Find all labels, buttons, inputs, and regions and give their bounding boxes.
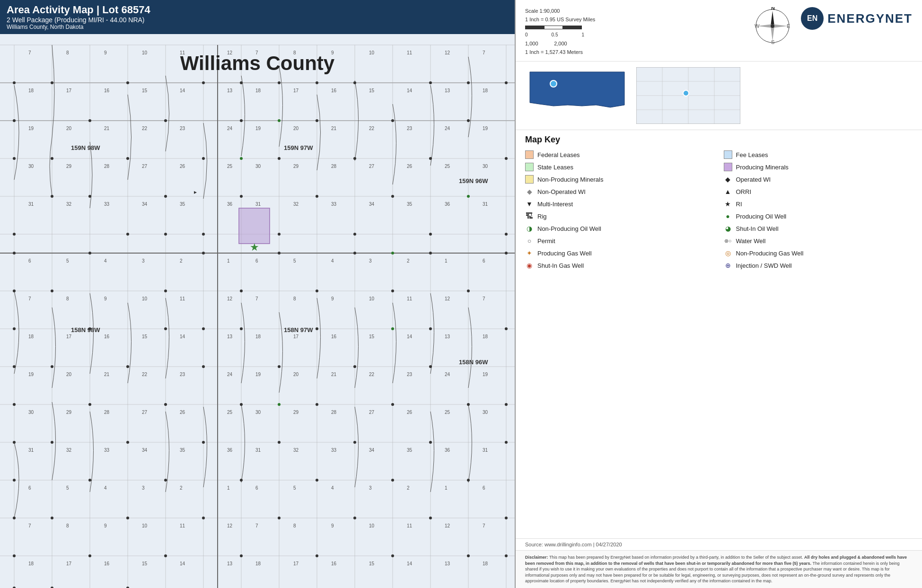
svg-text:18: 18 — [255, 334, 261, 339]
nonproducing-oil-well-label: Non-Producing Oil Well — [537, 225, 601, 232]
svg-point-88 — [240, 290, 243, 292]
svg-text:24: 24 — [227, 372, 233, 377]
svg-point-47 — [164, 119, 167, 122]
svg-text:22: 22 — [142, 126, 148, 131]
svg-text:1: 1 — [445, 485, 448, 491]
svg-text:1: 1 — [227, 485, 230, 491]
svg-point-110 — [164, 403, 167, 406]
key-item-shutin-oil-well: ◕ Shut-In Oil Well — [724, 223, 913, 234]
svg-point-135 — [202, 517, 205, 519]
svg-point-78 — [88, 252, 91, 255]
nonproducing-gas-well-icon: ◎ — [724, 249, 732, 257]
svg-point-141 — [88, 554, 91, 557]
svg-text:12: 12 — [445, 523, 450, 528]
svg-text:31: 31 — [483, 202, 488, 207]
svg-point-113 — [316, 403, 318, 406]
orri-label: ORRI — [736, 188, 752, 195]
en-logo-text: ENERGYNET — [827, 11, 913, 26]
key-item-nonproducing-oil-well: ◑ Non-Producing Oil Well — [525, 223, 714, 234]
svg-text:14: 14 — [180, 334, 185, 339]
svg-point-146 — [467, 554, 470, 557]
multi-interest-icon: ▼ — [525, 200, 534, 208]
svg-text:9: 9 — [331, 523, 334, 528]
key-item-shutin-gas-well: ◉ Shut-In Gas Well — [525, 260, 714, 271]
producing-minerals-label: Producing Minerals — [736, 164, 789, 171]
svg-point-77 — [13, 252, 16, 255]
svg-point-129 — [316, 479, 318, 482]
svg-text:22: 22 — [142, 372, 148, 377]
svg-point-82 — [391, 252, 394, 255]
svg-point-143 — [240, 554, 243, 557]
svg-text:18: 18 — [28, 334, 34, 339]
svg-text:31: 31 — [483, 448, 488, 453]
svg-text:11: 11 — [407, 523, 413, 528]
svg-text:25: 25 — [445, 410, 450, 415]
svg-point-57 — [240, 157, 243, 160]
svg-point-130 — [391, 479, 394, 482]
svg-point-124 — [505, 441, 508, 444]
svg-text:6: 6 — [28, 258, 31, 263]
svg-text:10: 10 — [142, 523, 148, 528]
svg-text:9: 9 — [331, 50, 334, 55]
svg-text:18: 18 — [28, 88, 34, 93]
svg-point-89 — [316, 290, 318, 292]
svg-text:4: 4 — [331, 485, 334, 491]
map-key-title: Map Key — [525, 135, 913, 145]
svg-point-142 — [164, 554, 167, 557]
svg-point-125 — [13, 479, 16, 482]
state-leases-swatch — [525, 163, 534, 171]
svg-point-94 — [164, 327, 167, 330]
source-text: Source: www.drillinginfo.com | 04/27/202… — [525, 542, 622, 547]
svg-point-98 — [391, 327, 394, 330]
producing-oil-well-icon: ● — [724, 212, 732, 220]
svg-text:28: 28 — [331, 410, 337, 415]
svg-text:1: 1 — [227, 258, 230, 263]
svg-text:15: 15 — [369, 334, 375, 339]
svg-text:21: 21 — [104, 126, 110, 131]
shutin-gas-well-icon: ◉ — [525, 261, 534, 270]
svg-text:14: 14 — [180, 88, 185, 93]
svg-point-92 — [13, 327, 16, 330]
svg-text:23: 23 — [407, 372, 413, 377]
svg-point-99 — [429, 327, 432, 330]
svg-point-131 — [467, 479, 470, 482]
svg-text:12: 12 — [445, 50, 450, 55]
key-item-producing-oil-well: ● Producing Oil Well — [724, 211, 913, 221]
svg-text:8: 8 — [293, 523, 296, 528]
svg-text:35: 35 — [180, 202, 185, 207]
svg-point-104 — [202, 365, 205, 368]
svg-text:4: 4 — [104, 485, 107, 491]
svg-text:26: 26 — [407, 164, 413, 169]
svg-text:11: 11 — [180, 296, 185, 301]
key-item-nonproducing-gas-well: ◎ Non-Producing Gas Well — [724, 248, 913, 258]
svg-point-51 — [391, 119, 394, 122]
svg-text:16: 16 — [104, 561, 110, 566]
svg-point-145 — [391, 554, 394, 557]
svg-text:30: 30 — [28, 164, 34, 169]
svg-text:30: 30 — [255, 410, 261, 415]
svg-text:26: 26 — [180, 164, 185, 169]
svg-text:13: 13 — [445, 561, 450, 566]
svg-text:36: 36 — [445, 202, 450, 207]
svg-point-139 — [505, 517, 508, 519]
svg-text:14: 14 — [407, 334, 413, 339]
svg-point-87 — [164, 290, 167, 292]
svg-point-133 — [51, 517, 53, 519]
svg-text:31: 31 — [255, 448, 261, 453]
svg-point-84 — [505, 252, 508, 255]
svg-text:6: 6 — [255, 485, 258, 491]
svg-point-50 — [316, 119, 318, 122]
svg-text:8: 8 — [66, 50, 69, 55]
svg-text:★: ★ — [250, 241, 259, 253]
svg-text:10: 10 — [142, 50, 148, 55]
svg-text:3: 3 — [369, 258, 372, 263]
svg-point-138 — [429, 517, 432, 519]
svg-text:8: 8 — [293, 296, 296, 301]
key-item-injection-well: ⊕ Injection / SWD Well — [724, 260, 913, 271]
svg-text:30: 30 — [255, 164, 261, 169]
svg-point-140 — [13, 554, 16, 557]
svg-text:33: 33 — [104, 202, 110, 207]
svg-text:18: 18 — [255, 88, 261, 93]
key-item-water-well: ⊗○ Water Well — [724, 236, 913, 246]
svg-point-91 — [467, 290, 470, 292]
